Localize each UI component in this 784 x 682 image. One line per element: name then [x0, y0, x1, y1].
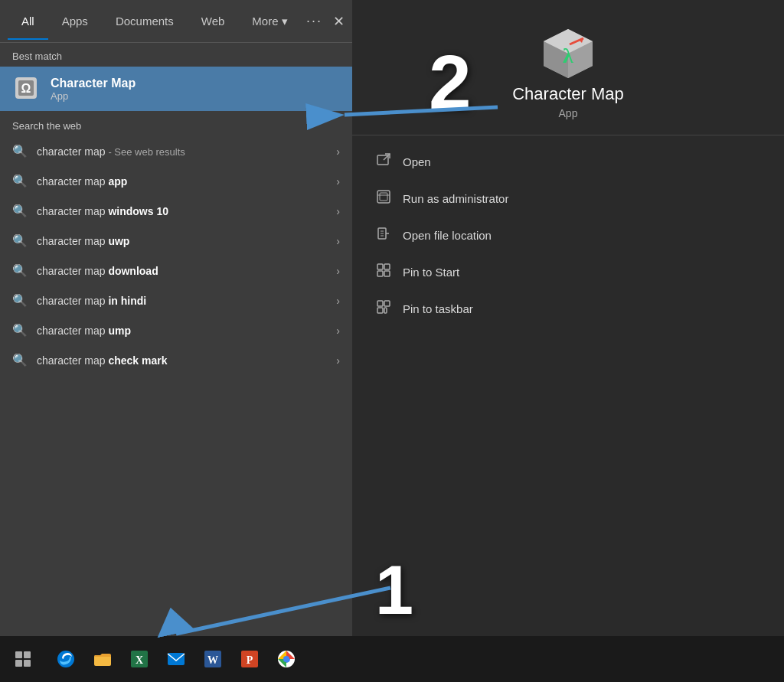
svg-rect-22 — [384, 271, 390, 276]
search-icon-6: 🔍 — [12, 323, 28, 338]
result-text-4: character map download — [37, 265, 158, 277]
search-icon-5: 🔍 — [12, 293, 28, 308]
taskbar: X W P — [0, 636, 784, 682]
svg-rect-19 — [377, 264, 383, 269]
open-file-location-icon — [375, 226, 392, 244]
tab-apps[interactable]: Apps — [48, 2, 102, 40]
run-as-admin-icon — [375, 189, 392, 207]
best-match-item[interactable]: Ω Character Map App — [0, 67, 352, 111]
tab-more[interactable]: More ▾ — [238, 2, 301, 41]
right-panel: λ Character Map App Open — [352, 0, 784, 682]
chevron-icon-6: › — [336, 325, 340, 337]
taskbar-edge[interactable] — [49, 642, 83, 676]
result-left-6: 🔍 character map ump — [12, 323, 327, 338]
action-pin-to-taskbar[interactable]: Pin to taskbar — [352, 290, 784, 327]
svg-rect-33 — [15, 660, 22, 667]
search-icon-0: 🔍 — [12, 144, 28, 158]
taskbar-powerpoint[interactable]: P — [233, 642, 266, 676]
result-text-5: character map in hindi — [37, 295, 146, 307]
charmap-app-icon: Ω — [12, 74, 41, 103]
result-item-1[interactable]: 🔍 character map app › — [0, 166, 352, 196]
svg-rect-13 — [380, 193, 387, 201]
result-text-7: character map check mark — [37, 354, 167, 367]
result-item-4[interactable]: 🔍 character map download › — [0, 256, 352, 286]
taskbar-file-explorer[interactable] — [86, 642, 119, 676]
run-as-admin-label: Run as administrator — [403, 192, 508, 205]
app-type: App — [559, 107, 578, 119]
pin-to-taskbar-label: Pin to taskbar — [403, 302, 473, 315]
chevron-icon-7: › — [336, 354, 340, 367]
taskbar-task-view[interactable] — [6, 642, 40, 676]
chevron-icon-2: › — [336, 205, 340, 217]
best-match-subtitle: App — [51, 90, 136, 102]
search-icon-7: 🔍 — [12, 353, 28, 367]
tab-documents[interactable]: Documents — [102, 2, 188, 40]
svg-rect-23 — [377, 301, 383, 306]
tabs-left: All Apps Documents Web More ▾ — [8, 2, 302, 41]
svg-text:λ: λ — [563, 44, 573, 67]
close-button[interactable]: ✕ — [333, 13, 345, 30]
chevron-icon-3: › — [336, 235, 340, 247]
svg-line-11 — [384, 154, 390, 160]
taskbar-word[interactable]: W — [196, 642, 230, 676]
svg-text:W: W — [207, 654, 218, 666]
search-icon-1: 🔍 — [12, 174, 28, 188]
tabs-right: ··· ✕ — [306, 13, 345, 30]
search-web-label: Search the web — [0, 111, 352, 136]
taskbar-chrome[interactable] — [270, 642, 303, 676]
open-icon — [375, 152, 392, 171]
action-open-file-location[interactable]: Open file location — [352, 217, 784, 253]
result-left-3: 🔍 character map uwp — [12, 233, 327, 248]
svg-rect-26 — [384, 308, 387, 313]
svg-rect-34 — [24, 660, 31, 667]
result-text-0: character map - See web results — [37, 145, 185, 158]
result-item-7[interactable]: 🔍 character map check mark › — [0, 345, 352, 375]
action-open[interactable]: Open — [352, 143, 784, 180]
svg-rect-32 — [24, 651, 31, 658]
svg-text:Ω: Ω — [21, 82, 31, 95]
result-item-5[interactable]: 🔍 character map in hindi › — [0, 286, 352, 315]
result-text-6: character map ump — [37, 325, 131, 337]
svg-rect-21 — [377, 271, 383, 276]
open-label: Open — [403, 155, 431, 168]
svg-rect-24 — [384, 301, 390, 306]
result-left-0: 🔍 character map - See web results — [12, 144, 327, 158]
svg-text:P: P — [247, 654, 253, 666]
tab-all[interactable]: All — [8, 2, 48, 40]
result-text-1: character map app — [37, 175, 127, 188]
svg-point-46 — [283, 656, 289, 662]
search-icon-2: 🔍 — [12, 204, 28, 218]
search-icon-3: 🔍 — [12, 233, 28, 248]
result-left-4: 🔍 character map download — [12, 263, 327, 278]
taskbar-excel[interactable]: X — [122, 642, 156, 676]
chevron-icon-0: › — [336, 145, 340, 158]
best-match-text: Character Map App — [51, 77, 136, 102]
svg-rect-20 — [384, 264, 390, 269]
tab-web[interactable]: Web — [188, 2, 239, 40]
svg-point-35 — [57, 651, 74, 667]
result-text-3: character map uwp — [37, 235, 129, 247]
svg-rect-36 — [94, 655, 111, 666]
action-pin-to-start[interactable]: Pin to Start — [352, 253, 784, 290]
app-detail: λ Character Map App — [352, 0, 784, 135]
best-match-title: Character Map — [51, 77, 136, 90]
chevron-icon-1: › — [336, 175, 340, 188]
svg-rect-12 — [377, 191, 390, 203]
pin-to-start-icon — [375, 263, 392, 281]
result-item-0[interactable]: 🔍 character map - See web results › — [0, 136, 352, 166]
result-item-3[interactable]: 🔍 character map uwp › — [0, 226, 352, 256]
result-text-2: character map windows 10 — [37, 205, 168, 217]
taskbar-mail[interactable] — [159, 642, 193, 676]
app-name: Character Map — [512, 84, 624, 104]
app-logo-icon: λ — [537, 23, 599, 84]
svg-rect-25 — [377, 308, 383, 313]
ellipsis-button[interactable]: ··· — [306, 13, 322, 29]
svg-text:X: X — [136, 654, 143, 666]
svg-rect-39 — [168, 653, 185, 665]
result-item-6[interactable]: 🔍 character map ump › — [0, 315, 352, 345]
actions-list: Open Run as administrator — [352, 135, 784, 334]
svg-rect-31 — [15, 651, 22, 658]
action-run-as-admin[interactable]: Run as administrator — [352, 180, 784, 217]
search-results-list: 🔍 character map - See web results › 🔍 ch… — [0, 136, 352, 636]
result-item-2[interactable]: 🔍 character map windows 10 › — [0, 196, 352, 226]
